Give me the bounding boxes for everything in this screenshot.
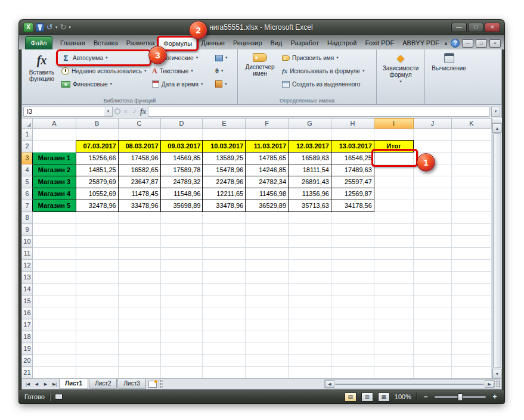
cell-A6[interactable]: Магазин 4 [32,188,76,200]
cell-D17[interactable] [160,319,203,331]
cell-A5[interactable]: Магазин 3 [32,176,76,188]
cell-F7[interactable]: 36529,89 [246,200,289,212]
insert-function-button[interactable]: fx Вставить функцию [25,51,58,82]
cell-I18[interactable] [374,331,414,343]
cell-F13[interactable] [246,272,289,284]
row-header-6[interactable]: 6 [22,188,33,200]
cell-G14[interactable] [289,284,331,295]
cell-F18[interactable] [246,331,289,343]
cell-K10[interactable] [451,236,491,248]
row-header-19[interactable]: 19 [22,343,33,355]
cell-E3[interactable]: 13589,25 [203,153,246,164]
cell-A1[interactable] [32,129,76,141]
scrollbar-split-box[interactable] [492,118,502,123]
cell-E20[interactable] [203,355,246,367]
row-header-20[interactable]: 20 [22,355,33,367]
cell-K19[interactable] [451,343,491,355]
cell-J20[interactable] [414,355,451,367]
scroll-right-icon[interactable]: ▶ [485,380,494,388]
undo-icon[interactable]: ↺ [46,23,53,32]
cell-H10[interactable] [331,236,374,248]
cell-D7[interactable]: 35698,89 [160,200,203,212]
cell-C3[interactable]: 17458,96 [118,153,160,164]
calculation-button[interactable]: Вычисление [428,51,470,71]
workbook-close-button[interactable]: × [489,39,501,48]
row-header-17[interactable]: 17 [22,319,33,331]
cell-B4[interactable]: 14851,25 [76,164,118,176]
cell-F19[interactable] [246,343,289,355]
row-header-15[interactable]: 15 [22,295,33,307]
create-from-selection-button[interactable]: Создать из выделенного [279,77,363,91]
cell-B20[interactable] [76,355,118,367]
cell-I20[interactable] [374,355,414,367]
cell-I15[interactable] [374,295,414,307]
cell-B15[interactable] [76,295,118,307]
cell-F14[interactable] [246,284,289,295]
cell-C14[interactable] [118,284,160,295]
cell-G12[interactable] [289,260,331,272]
workbook-minimize-button[interactable]: — [462,39,473,48]
cell-C8[interactable] [118,212,160,224]
cell-B2[interactable]: 07.03.2017 [76,141,118,153]
scroll-left-icon[interactable]: ◀ [325,380,334,388]
cell-I13[interactable] [374,272,414,284]
cell-A14[interactable] [32,284,76,295]
cell-K1[interactable] [451,129,491,141]
cell-D13[interactable] [160,272,203,284]
cell-K21[interactable] [451,367,491,379]
cell-A2[interactable] [32,141,76,153]
cell-J19[interactable] [414,343,451,355]
cell-C4[interactable]: 16582,65 [118,164,160,176]
cell-E8[interactable] [203,212,246,224]
help-icon[interactable]: ? [451,39,460,48]
cell-H1[interactable] [331,129,374,141]
cell-I10[interactable] [374,236,414,248]
tab-Формулы[interactable]: Формулы2 [159,37,197,49]
column-header-K[interactable]: K [451,119,491,129]
cell-G7[interactable]: 35713,63 [289,200,331,212]
tab-Главная[interactable]: Главная [56,37,89,49]
scroll-up-icon[interactable]: ▲ [492,123,502,133]
cell-D8[interactable] [160,212,203,224]
cell-J2[interactable] [414,141,451,153]
cell-A7[interactable]: Магазин 5 [32,200,76,212]
row-header-9[interactable]: 9 [22,224,33,236]
zoom-out-icon[interactable]: − [421,393,430,401]
cell-K12[interactable] [451,260,491,272]
use-in-formula-button[interactable]: fx Использовать в формуле ▾ [279,64,367,77]
column-header-F[interactable]: F [246,119,289,129]
cell-F12[interactable] [246,260,289,272]
row-header-14[interactable]: 14 [22,284,33,295]
save-icon[interactable] [36,23,44,32]
row-header-1[interactable]: 1 [22,129,33,141]
cell-H19[interactable] [331,343,374,355]
cell-A13[interactable] [32,272,76,284]
cell-G4[interactable]: 18111,54 [289,164,331,176]
cell-E16[interactable] [203,307,246,319]
cell-B21[interactable] [76,367,118,379]
cell-C7[interactable]: 33478,96 [118,200,160,212]
cell-F1[interactable] [246,129,289,141]
cell-D5[interactable]: 24789,32 [160,176,203,188]
expand-formula-bar-icon[interactable]: ▾ [491,107,500,117]
cell-H11[interactable] [331,248,374,260]
cell-A19[interactable] [32,343,76,355]
tab-ABBYY PDF[interactable]: ABBYY PDF [398,37,444,49]
formula-auditing-button[interactable]: ◆ Зависимости формул ▾ [380,51,421,85]
view-page-layout-button[interactable]: ▥ [361,393,373,402]
cell-B16[interactable] [76,307,118,319]
cell-B18[interactable] [76,331,118,343]
cell-B8[interactable] [76,212,118,224]
cell-C13[interactable] [118,272,160,284]
tab-Надстрой[interactable]: Надстрой [323,37,361,49]
cell-C16[interactable] [118,307,160,319]
next-sheet-icon[interactable]: ▶ [41,379,50,388]
cell-B5[interactable]: 25879,69 [76,176,118,188]
cell-J12[interactable] [414,260,451,272]
name-box-caret-icon[interactable]: ▾ [104,107,112,116]
cell-H13[interactable] [331,272,374,284]
lookup-reference-button[interactable]: ▾ [212,51,231,64]
cell-I8[interactable] [374,212,414,224]
cancel-entry-icon[interactable]: × [122,108,129,115]
cell-F17[interactable] [246,319,289,331]
